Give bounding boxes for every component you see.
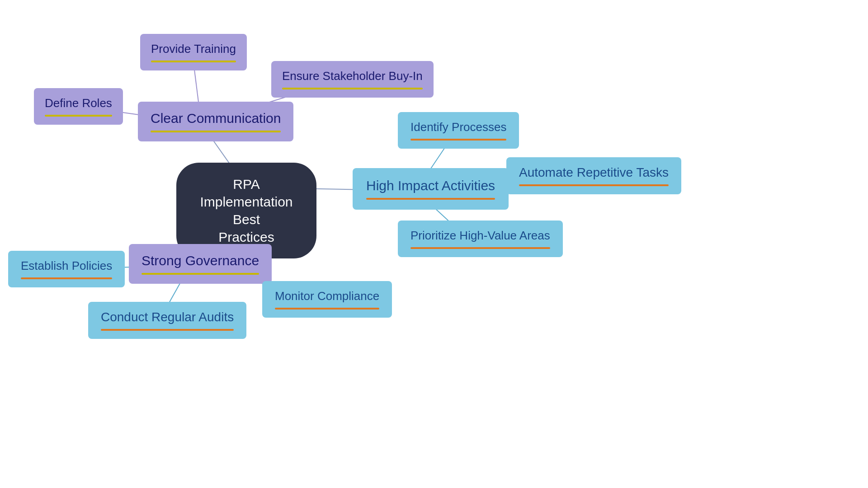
provide-training-node: Provide Training xyxy=(140,34,247,70)
prioritize-areas-box: Prioritize High-Value Areas xyxy=(398,221,563,257)
high-impact-label: High Impact Activities xyxy=(366,178,495,193)
monitor-compliance-label: Monitor Compliance xyxy=(275,289,379,303)
conduct-audits-node: Conduct Regular Audits xyxy=(88,302,246,339)
prioritize-areas-label: Prioritize High-Value Areas xyxy=(410,229,550,242)
strong-governance-label: Strong Governance xyxy=(142,253,259,268)
automate-tasks-box: Automate Repetitive Tasks xyxy=(506,157,681,194)
clear-communication-box: Clear Communication xyxy=(138,102,293,141)
prioritize-areas-node: Prioritize High-Value Areas xyxy=(398,221,563,257)
automate-tasks-node: Automate Repetitive Tasks xyxy=(506,157,681,194)
clear-communication-node: Clear Communication xyxy=(138,102,293,141)
ensure-stakeholder-node: Ensure Stakeholder Buy-In xyxy=(271,61,434,98)
define-roles-label: Define Roles xyxy=(45,96,112,110)
identify-processes-label: Identify Processes xyxy=(410,120,506,134)
ensure-stakeholder-box: Ensure Stakeholder Buy-In xyxy=(271,61,434,98)
establish-policies-node: Establish Policies xyxy=(8,251,125,287)
monitor-compliance-node: Monitor Compliance xyxy=(262,281,392,318)
high-impact-node: High Impact Activities xyxy=(353,168,509,210)
conduct-audits-label: Conduct Regular Audits xyxy=(101,310,234,324)
clear-communication-label: Clear Communication xyxy=(151,111,281,126)
identify-processes-box: Identify Processes xyxy=(398,112,519,149)
ensure-stakeholder-label: Ensure Stakeholder Buy-In xyxy=(282,69,423,83)
conduct-audits-box: Conduct Regular Audits xyxy=(88,302,246,339)
strong-governance-node: Strong Governance xyxy=(129,244,272,284)
identify-processes-node: Identify Processes xyxy=(398,112,519,149)
define-roles-node: Define Roles xyxy=(34,88,123,125)
establish-policies-box: Establish Policies xyxy=(8,251,125,287)
strong-governance-box: Strong Governance xyxy=(129,244,272,284)
automate-tasks-label: Automate Repetitive Tasks xyxy=(519,165,669,179)
establish-policies-label: Establish Policies xyxy=(21,259,112,272)
monitor-compliance-box: Monitor Compliance xyxy=(262,281,392,318)
provide-training-label: Provide Training xyxy=(151,42,236,56)
provide-training-box: Provide Training xyxy=(140,34,247,70)
high-impact-box: High Impact Activities xyxy=(353,168,509,210)
define-roles-box: Define Roles xyxy=(34,88,123,125)
center-label: RPA Implementation Best Practices xyxy=(200,177,292,244)
